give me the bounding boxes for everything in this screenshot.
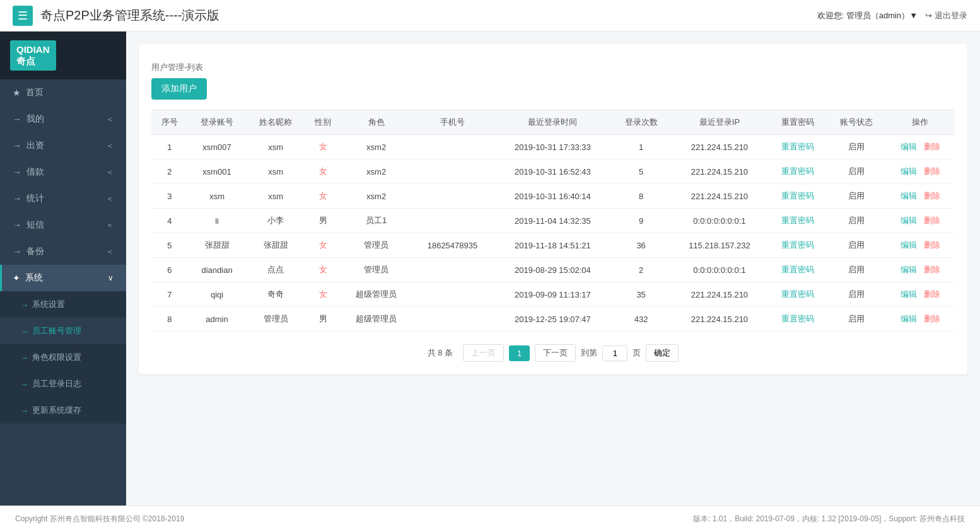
current-page-button[interactable]: 1: [509, 345, 530, 361]
cell-phone: [411, 307, 494, 332]
sidebar-item-home-label: 首页: [26, 87, 44, 98]
sub-arrow-roles: →: [20, 353, 28, 362]
cell-actions: 编辑 删除: [886, 258, 955, 282]
reset-pwd-link[interactable]: 重置密码: [781, 289, 814, 299]
menu-toggle-button[interactable]: ☰: [13, 6, 33, 26]
delete-button[interactable]: 删除: [924, 191, 940, 200]
cell-role: 员工1: [341, 209, 411, 233]
cell-reset-pwd[interactable]: 重置密码: [769, 233, 827, 258]
cell-phone: [411, 135, 494, 159]
cell-login-count: 432: [612, 307, 670, 332]
cell-status: 启用: [827, 233, 886, 258]
users-table: 序号 登录账号 姓名昵称 性别 角色 手机号 最近登录时间 登录次数 最近登录I…: [151, 110, 955, 332]
th-account: 登录账号: [188, 110, 247, 135]
cell-reset-pwd[interactable]: 重置密码: [769, 307, 827, 332]
sidebar-item-stats[interactable]: → 统计 ＜: [0, 185, 126, 212]
cell-name: xsm: [247, 135, 305, 159]
cell-name: xsm: [247, 184, 305, 209]
logo-area: QIDIAN 奇点: [0, 32, 126, 79]
invest-arrow: ＜: [106, 141, 114, 151]
reset-pwd-link[interactable]: 重置密码: [781, 265, 814, 274]
th-role: 角色: [341, 110, 411, 135]
cell-gender: 女: [305, 258, 342, 282]
pagination-total: 共 8 条: [428, 347, 453, 359]
delete-button[interactable]: 删除: [924, 314, 940, 323]
delete-button[interactable]: 删除: [924, 289, 940, 299]
edit-button[interactable]: 编辑: [901, 240, 917, 250]
sidebar-item-login-log[interactable]: → 员工登录日志: [0, 371, 126, 397]
th-last-login: 最近登录时间: [494, 110, 612, 135]
th-last-ip: 最近登录IP: [670, 110, 769, 135]
reset-pwd-link[interactable]: 重置密码: [781, 166, 814, 176]
sidebar: QIDIAN 奇点 ★ 首页 → 我的 ＜ → 出资 ＜: [0, 32, 126, 506]
sidebar-item-employee-accounts[interactable]: → 员工账号管理: [0, 318, 126, 344]
cell-actions: 编辑 删除: [886, 282, 955, 307]
pagination: 共 8 条 上一页 1 下一页 到第 页 确定: [151, 344, 955, 362]
th-reset-pwd: 重置密码: [769, 110, 827, 135]
logout-button[interactable]: ↪ 退出登录: [925, 10, 967, 21]
cell-status: 启用: [827, 159, 886, 184]
sidebar-item-home[interactable]: ★ 首页: [0, 79, 126, 106]
sidebar-item-system-settings[interactable]: → 系统设置: [0, 291, 126, 318]
sidebar-item-role-permissions[interactable]: → 角色权限设置: [0, 344, 126, 371]
system-arrow: ∨: [108, 274, 114, 282]
goto-confirm-button[interactable]: 确定: [646, 344, 679, 362]
edit-button[interactable]: 编辑: [901, 191, 917, 200]
edit-button[interactable]: 编辑: [901, 142, 917, 151]
reset-pwd-link[interactable]: 重置密码: [781, 240, 814, 250]
cell-reset-pwd[interactable]: 重置密码: [769, 282, 827, 307]
cell-name: 小李: [247, 209, 305, 233]
cell-last-ip: 221.224.15.210: [670, 282, 769, 307]
add-user-button[interactable]: 添加用户: [151, 78, 207, 100]
prev-page-button[interactable]: 上一页: [463, 344, 504, 362]
edit-button[interactable]: 编辑: [901, 314, 917, 323]
sidebar-item-sms[interactable]: → 短信 ＜: [0, 212, 126, 238]
sidebar-item-update-cache[interactable]: → 更新系统缓存: [0, 397, 126, 424]
cell-reset-pwd[interactable]: 重置密码: [769, 159, 827, 184]
content-card: 用户管理-列表 添加用户 序号 登录账号 姓名昵称 性别 角色 手机号 最近登录…: [139, 44, 967, 374]
footer: Copyright 苏州奇点智能科技有限公司 ©2018-2019 版本: 1.…: [0, 506, 980, 532]
edit-button[interactable]: 编辑: [901, 289, 917, 299]
th-login-count: 登录次数: [612, 110, 670, 135]
reset-pwd-link[interactable]: 重置密码: [781, 191, 814, 200]
cell-reset-pwd[interactable]: 重置密码: [769, 258, 827, 282]
reset-pwd-link[interactable]: 重置密码: [781, 314, 814, 323]
cell-reset-pwd[interactable]: 重置密码: [769, 184, 827, 209]
delete-button[interactable]: 删除: [924, 142, 940, 151]
cell-last-login: 2019-10-31 17:33:33: [494, 135, 612, 159]
edit-button[interactable]: 编辑: [901, 166, 917, 176]
cell-gender: 女: [305, 135, 342, 159]
cell-last-ip: 221.224.15.210: [670, 307, 769, 332]
goto-suffix: 页: [633, 347, 641, 359]
reset-pwd-link[interactable]: 重置密码: [781, 142, 814, 151]
cell-id: 5: [151, 233, 188, 258]
sidebar-item-backup[interactable]: → 备份 ＜: [0, 238, 126, 265]
edit-button[interactable]: 编辑: [901, 216, 917, 225]
cell-last-login: 2019-12-25 19:07:47: [494, 307, 612, 332]
goto-page-input[interactable]: [602, 345, 627, 361]
cell-role: 管理员: [341, 233, 411, 258]
delete-button[interactable]: 删除: [924, 166, 940, 176]
delete-button[interactable]: 删除: [924, 216, 940, 225]
cell-reset-pwd[interactable]: 重置密码: [769, 209, 827, 233]
sub-arrow-settings: →: [20, 300, 28, 309]
cell-account: xsm: [188, 184, 247, 209]
cell-status: 启用: [827, 282, 886, 307]
cell-last-login: 2019-11-04 14:32:35: [494, 209, 612, 233]
sidebar-item-mine[interactable]: → 我的 ＜: [0, 106, 126, 132]
sidebar-item-system[interactable]: ✦ 系统 ∨: [0, 265, 126, 291]
delete-button[interactable]: 删除: [924, 265, 940, 274]
main-content: 用户管理-列表 添加用户 序号 登录账号 姓名昵称 性别 角色 手机号 最近登录…: [126, 32, 980, 506]
th-status: 账号状态: [827, 110, 886, 135]
cell-reset-pwd[interactable]: 重置密码: [769, 135, 827, 159]
sidebar-item-invest[interactable]: → 出资 ＜: [0, 132, 126, 159]
edit-button[interactable]: 编辑: [901, 265, 917, 274]
cell-name: 点点: [247, 258, 305, 282]
reset-pwd-link[interactable]: 重置密码: [781, 216, 814, 225]
next-page-button[interactable]: 下一页: [535, 344, 576, 362]
cell-gender: 男: [305, 307, 342, 332]
loan-icon: →: [13, 167, 21, 177]
delete-button[interactable]: 删除: [924, 240, 940, 250]
sidebar-item-loan[interactable]: → 借款 ＜: [0, 159, 126, 185]
sub-arrow-accounts: →: [20, 327, 28, 336]
